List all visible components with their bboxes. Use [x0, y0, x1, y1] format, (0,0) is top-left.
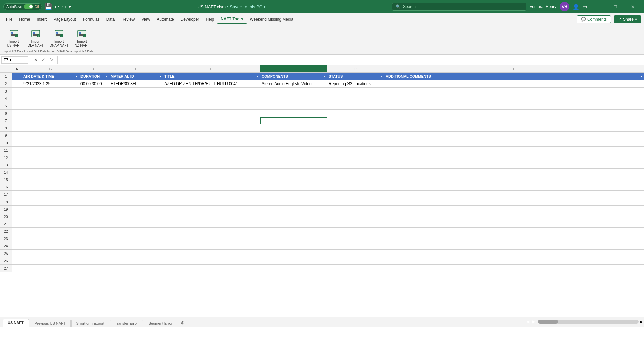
cell-d13[interactable] [109, 161, 163, 169]
cell-a16[interactable] [12, 183, 22, 191]
cell-g14[interactable] [327, 169, 384, 176]
filter-icon-d1[interactable]: ▾ [160, 75, 161, 78]
add-sheet-button[interactable]: ⊕ [178, 319, 187, 327]
cell-g10[interactable] [327, 139, 384, 147]
cell-b22[interactable] [22, 228, 79, 235]
cell-e24[interactable] [163, 242, 260, 250]
cell-d19[interactable] [109, 206, 163, 213]
cell-f18[interactable] [260, 198, 327, 206]
cell-f6[interactable] [260, 110, 327, 117]
cell-c12[interactable] [79, 154, 109, 161]
autosave-toggle[interactable] [24, 4, 33, 9]
cell-d25[interactable] [109, 250, 163, 257]
cell-g25[interactable] [327, 250, 384, 257]
cell-b7[interactable] [22, 117, 79, 124]
cell-f4[interactable] [260, 95, 327, 102]
menu-item-automate[interactable]: Automate [153, 15, 177, 24]
cell-h23[interactable] [384, 235, 644, 242]
cell-g15[interactable] [327, 176, 384, 183]
cell-e3[interactable] [163, 88, 260, 95]
cell-a2[interactable] [12, 80, 22, 88]
cell-b25[interactable] [22, 250, 79, 257]
cell-e11[interactable] [163, 147, 260, 154]
menu-item-naft-tools[interactable]: NAFT Tools [217, 15, 246, 24]
insert-function-button[interactable]: ƒx [48, 57, 55, 63]
cell-g23[interactable] [327, 235, 384, 242]
cell-h18[interactable] [384, 198, 644, 206]
sheet-tab-us-naft[interactable]: US NAFT [3, 319, 29, 327]
cell-b19[interactable] [22, 206, 79, 213]
cell-h21[interactable] [384, 220, 644, 228]
cell-e5[interactable] [163, 102, 260, 110]
cell-c13[interactable] [79, 161, 109, 169]
cell-g22[interactable] [327, 228, 384, 235]
cell-d4[interactable] [109, 95, 163, 102]
cell-b20[interactable] [22, 213, 79, 220]
menu-item-help[interactable]: Help [202, 15, 217, 24]
cell-h16[interactable] [384, 183, 644, 191]
cell-d17[interactable] [109, 191, 163, 198]
cell-g21[interactable] [327, 220, 384, 228]
cell-e27[interactable] [163, 265, 260, 272]
cell-b23[interactable] [22, 235, 79, 242]
cell-h10[interactable] [384, 139, 644, 147]
sheet-tab-shortform-export[interactable]: Shortform Export [71, 320, 109, 327]
cell-g11[interactable] [327, 147, 384, 154]
cell-b1[interactable]: AIR DATE & TIME ▾ [22, 73, 79, 80]
cell-c7[interactable] [79, 117, 109, 124]
cell-h2[interactable] [384, 80, 644, 88]
col-header-a[interactable]: A [12, 65, 22, 73]
cell-g7[interactable] [327, 117, 384, 124]
cell-h19[interactable] [384, 206, 644, 213]
cell-b12[interactable] [22, 154, 79, 161]
cell-c27[interactable] [79, 265, 109, 272]
cell-f7[interactable] [260, 117, 327, 124]
cell-a18[interactable] [12, 198, 22, 206]
cell-g19[interactable] [327, 206, 384, 213]
cell-b9[interactable] [22, 132, 79, 139]
cell-b11[interactable] [22, 147, 79, 154]
cell-e18[interactable] [163, 198, 260, 206]
cell-g27[interactable] [327, 265, 384, 272]
sheet-tab-previous-us-naft[interactable]: Previous US NAFT [30, 320, 71, 327]
cell-c4[interactable] [79, 95, 109, 102]
cell-d24[interactable] [109, 242, 163, 250]
cell-c14[interactable] [79, 169, 109, 176]
cell-g9[interactable] [327, 132, 384, 139]
cell-c11[interactable] [79, 147, 109, 154]
cell-d14[interactable] [109, 169, 163, 176]
cell-f2[interactable]: Stereo Audio English, Video [260, 80, 327, 88]
col-header-b[interactable]: B [22, 65, 79, 73]
import-dla-naft-button[interactable]: ↓ ImportDLA NAFT [25, 27, 46, 49]
cell-e9[interactable] [163, 132, 260, 139]
cell-f27[interactable] [260, 265, 327, 272]
filter-icon-f1[interactable]: ▾ [324, 75, 326, 78]
col-header-c[interactable]: C [79, 65, 109, 73]
cell-b16[interactable] [22, 183, 79, 191]
cell-c15[interactable] [79, 176, 109, 183]
menu-item-home[interactable]: Home [16, 15, 33, 24]
cell-f11[interactable] [260, 147, 327, 154]
cell-c24[interactable] [79, 242, 109, 250]
menu-item-formulas[interactable]: Formulas [79, 15, 103, 24]
cell-c25[interactable] [79, 250, 109, 257]
import-us-naft-button[interactable]: ↓ ImportUS NAFT [4, 27, 24, 49]
cell-c22[interactable] [79, 228, 109, 235]
cell-f1[interactable]: COMPONENTS ▾ [260, 73, 327, 80]
cell-a4[interactable] [12, 95, 22, 102]
cell-d10[interactable] [109, 139, 163, 147]
sheet-tab-segment-error[interactable]: Segment Error [144, 320, 178, 327]
menu-item-developer[interactable]: Developer [177, 15, 203, 24]
cell-e19[interactable] [163, 206, 260, 213]
cell-h17[interactable] [384, 191, 644, 198]
cell-h6[interactable] [384, 110, 644, 117]
cell-e14[interactable] [163, 169, 260, 176]
cell-f25[interactable] [260, 250, 327, 257]
col-header-e[interactable]: E [163, 65, 260, 73]
cell-e26[interactable] [163, 257, 260, 265]
cell-h27[interactable] [384, 265, 644, 272]
cell-a8[interactable] [12, 124, 22, 132]
cell-c6[interactable] [79, 110, 109, 117]
cell-b2[interactable]: 9/21/2023 1:25 [22, 80, 79, 88]
cell-a5[interactable] [12, 102, 22, 110]
